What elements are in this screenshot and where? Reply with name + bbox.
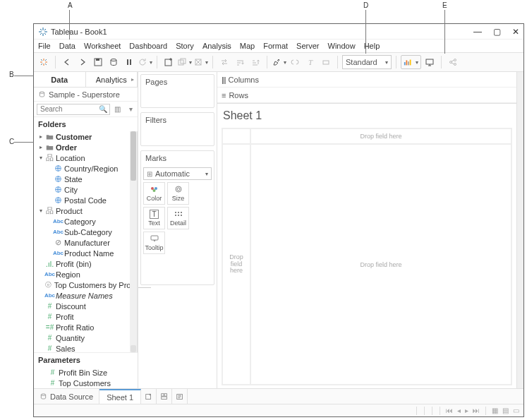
field-measure-names[interactable]: AbcMeasure Names [34,290,137,301]
clear-button[interactable]: ▾ [193,55,208,69]
nav-next-icon[interactable]: ▸ [465,407,468,414]
menu-help[interactable]: Help [364,42,380,50]
marks-header: Marks [141,151,214,165]
show-me-button[interactable]: ▾ [401,55,421,69]
totals-button[interactable]: T [303,55,317,69]
globe-icon [54,186,62,193]
field-category[interactable]: AbcCategory [34,216,137,227]
param-top-customers[interactable]: #Top Customers [34,378,138,388]
field-sub-category[interactable]: AbcSub-Category [34,227,137,237]
menu-data[interactable]: Data [59,42,75,50]
view-tabs-icon[interactable]: ▦ [492,407,498,414]
new-dashboard-tab-button[interactable] [157,389,172,404]
fit-selector[interactable]: Standard▾ [342,55,392,69]
nav-last-icon[interactable]: ⏭ [473,407,480,414]
undo-button[interactable] [60,55,74,69]
drop-corner[interactable] [222,128,250,144]
mark-color-button[interactable]: Color [143,182,165,205]
nav-prev-icon[interactable]: ◂ [457,407,461,414]
swap-button[interactable] [217,55,231,69]
menu-format[interactable]: Format [263,42,288,50]
mark-text-button[interactable]: TText [143,207,165,229]
duplicate-button[interactable]: ▾ [177,55,192,69]
field-product-name[interactable]: AbcProduct Name [34,248,137,258]
view-menu-button[interactable]: ▾ [126,105,135,113]
mark-size-button[interactable]: Size [167,182,189,205]
field-top-customers-by-profit[interactable]: ⦾Top Customers by Profit [34,280,137,290]
datasource-icon [40,392,47,400]
mark-detail-button[interactable]: Detail [167,207,189,229]
sort-asc-button[interactable] [233,55,247,69]
field-customer[interactable]: ▸Customer [34,131,137,142]
field-profit-ratio[interactable]: =#Profit Ratio [34,322,137,332]
field-location[interactable]: ▾品Location [34,152,137,163]
right-scrollbar[interactable] [516,72,523,388]
tree-scrollbar[interactable] [130,131,137,352]
menu-analysis[interactable]: Analysis [202,42,231,50]
annotation-e: E [442,1,447,9]
field-profit[interactable]: #Profit [34,311,137,322]
save-button[interactable] [91,55,105,69]
pages-shelf[interactable]: Pages [140,74,214,108]
menu-file[interactable]: File [38,42,51,50]
window-minimize-button[interactable]: — [473,27,482,37]
drop-main-target[interactable]: Drop field here [250,144,511,385]
tab-data[interactable]: Data [34,72,86,87]
menu-dashboard[interactable]: Dashboard [129,42,167,50]
field-order[interactable]: ▸Order [34,142,137,152]
menu-worksheet[interactable]: Worksheet [84,42,121,50]
shelves-resizer[interactable] [138,287,151,292]
mark-type-selector[interactable]: ⊞ Automatic ▾ [143,167,212,180]
sort-desc-button[interactable] [248,55,262,69]
new-story-tab-button[interactable] [172,389,188,404]
sheet-tab-1[interactable]: Sheet 1 [99,389,141,404]
mark-tooltip-button[interactable]: Tooltip [143,232,165,254]
window-close-button[interactable]: ✕ [512,27,519,37]
tab-analytics[interactable]: Analytics▸ [86,72,138,87]
field-state[interactable]: State [34,174,137,184]
view-toggle-button[interactable]: ▥ [113,105,121,113]
new-worksheet-tab-button[interactable] [141,389,157,404]
refresh-button[interactable]: ▾ [138,55,152,69]
field-city[interactable]: City [34,184,137,195]
field-profit-bin-[interactable]: .ıl.Profit (bin) [34,258,137,269]
tableau-icon[interactable] [37,55,51,69]
field-postal-code[interactable]: Postal Code [34,195,137,205]
field-product[interactable]: ▾品Product [34,205,137,216]
window-maximize-button[interactable]: ▢ [493,27,501,37]
view-filmstrip-icon[interactable]: ▤ [502,407,509,414]
view-slides-icon[interactable]: ▭ [513,407,519,414]
share-button[interactable] [446,55,460,69]
field-manufacturer[interactable]: ⊘Manufacturer [34,237,137,248]
new-datasource-button[interactable] [107,55,121,69]
menu-map[interactable]: Map [240,42,255,50]
field-quantity[interactable]: #Quantity [34,332,137,343]
menu-window[interactable]: Window [328,42,356,50]
redo-button[interactable] [75,55,90,69]
menu-story[interactable]: Story [176,42,194,50]
columns-shelf[interactable]: |||Columns [217,72,516,88]
group-button[interactable] [288,55,302,69]
param-profit-bin-size[interactable]: #Profit Bin Size [34,367,138,378]
drop-columns-target[interactable]: Drop field here [250,128,511,144]
filters-shelf[interactable]: Filters [140,112,214,146]
presentation-button[interactable] [423,55,437,69]
pause-updates-button[interactable] [122,55,136,69]
labels-button[interactable] [319,55,333,69]
highlight-button[interactable]: ▾ [272,55,286,69]
menu-server[interactable]: Server [296,42,319,50]
rows-shelf[interactable]: ≡Rows [217,88,516,103]
sheet-title[interactable]: Sheet 1 [222,107,512,128]
data-source-tab[interactable]: Data Source [34,389,99,404]
nav-first-icon[interactable]: ⏮ [446,407,453,414]
drop-rows-target[interactable]: Drop field here [222,144,250,385]
field-region[interactable]: AbcRegion [34,269,137,280]
connection-item[interactable]: Sample - Superstore [34,88,138,102]
field-discount[interactable]: #Discount [34,301,137,311]
num-icon: # [49,379,56,387]
field-country-region[interactable]: Country/Region [34,163,137,174]
field-sales[interactable]: #Sales [34,343,137,352]
tree-scrollbar-thumb[interactable] [131,131,136,181]
new-worksheet-button[interactable] [162,55,176,69]
svg-rect-12 [408,61,409,65]
